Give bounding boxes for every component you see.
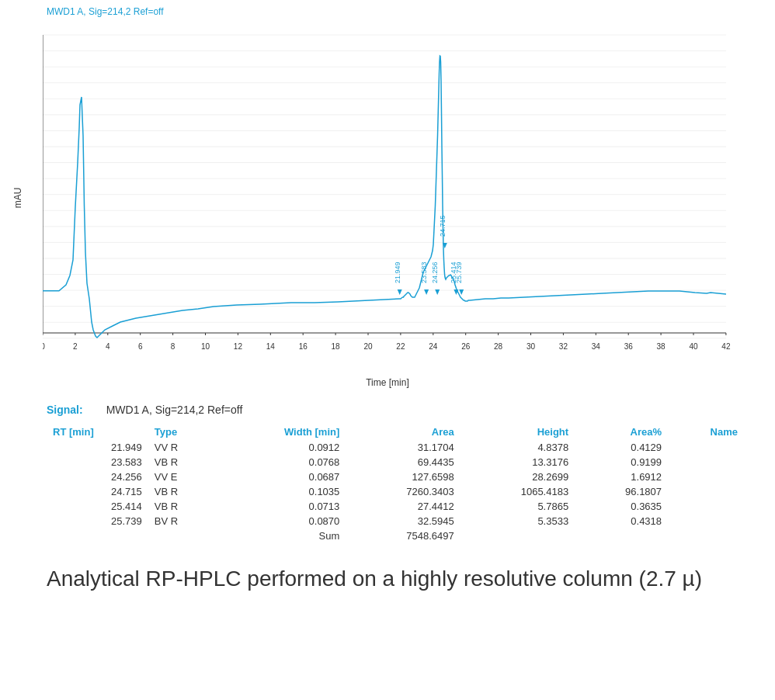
svg-text:16: 16 <box>299 342 308 351</box>
cell-width: 0.0870 <box>217 514 346 528</box>
cell-height: 13.3176 <box>460 455 575 470</box>
svg-text:30: 30 <box>527 342 536 351</box>
cell-name <box>668 484 744 499</box>
svg-marker-87 <box>435 289 440 295</box>
data-section: Signal: MWD1 A, Sig=214,2 Ref=off RT [mi… <box>0 396 775 551</box>
svg-text:20: 20 <box>363 342 373 351</box>
cell-areapct: 96.1807 <box>575 484 668 499</box>
table-sum-row: Sum 7548.6497 <box>47 528 744 543</box>
cell-width: 0.1035 <box>217 484 346 499</box>
table-row: 21.949 VV R 0.0912 31.1704 4.8378 0.4129 <box>47 440 744 455</box>
svg-text:32: 32 <box>559 342 568 351</box>
svg-text:26: 26 <box>461 342 471 351</box>
svg-text:22: 22 <box>396 342 405 351</box>
svg-text:38: 38 <box>657 342 666 351</box>
cell-area: 127.6598 <box>346 470 460 484</box>
cell-rt: 24.715 <box>47 484 148 499</box>
svg-text:24.715: 24.715 <box>439 215 447 237</box>
col-header-type: Type <box>148 424 217 440</box>
table-header-row: RT [min] Type Width [min] Area Height Ar… <box>47 424 744 440</box>
cell-type: VB R <box>148 484 217 499</box>
cell-height: 1065.4183 <box>460 484 575 499</box>
svg-text:10: 10 <box>201 342 210 351</box>
svg-text:8: 8 <box>171 342 176 351</box>
y-axis-label: mAU <box>12 188 23 209</box>
sum-empty-4 <box>575 528 668 543</box>
col-header-width: Width [min] <box>217 424 346 440</box>
cell-areapct: 0.4129 <box>575 440 668 455</box>
cell-rt: 25.739 <box>47 514 148 528</box>
cell-type: BV R <box>148 514 217 528</box>
col-header-height: Height <box>460 424 575 440</box>
cell-name <box>668 470 744 484</box>
cell-area: 69.4435 <box>346 455 460 470</box>
svg-text:14: 14 <box>266 342 276 351</box>
svg-text:2: 2 <box>73 342 78 351</box>
cell-height: 5.7865 <box>460 499 575 514</box>
cell-width: 0.0713 <box>217 499 346 514</box>
cell-areapct: 0.9199 <box>575 455 668 470</box>
sum-label: Sum <box>217 528 346 543</box>
cell-area: 27.4412 <box>346 499 460 514</box>
svg-text:24.256: 24.256 <box>431 262 439 283</box>
sum-empty-5 <box>668 528 744 543</box>
cell-areapct: 1.6912 <box>575 470 668 484</box>
cell-name <box>668 440 744 455</box>
sum-value: 7548.6497 <box>346 528 460 543</box>
chart-container: MWD1 A, Sig=214,2 Ref=off mAU Time [min]… <box>0 0 775 396</box>
cell-rt: 23.583 <box>47 455 148 470</box>
svg-text:34: 34 <box>592 342 601 351</box>
cell-areapct: 0.4318 <box>575 514 668 528</box>
table-row: 23.583 VB R 0.0768 69.4435 13.3176 0.919… <box>47 455 744 470</box>
cell-area: 32.5945 <box>346 514 460 528</box>
cell-type: VV E <box>148 470 217 484</box>
x-axis-label: Time [min] <box>366 377 409 388</box>
cell-name <box>668 499 744 514</box>
sum-empty-3 <box>460 528 575 543</box>
svg-text:25.739: 25.739 <box>455 262 463 283</box>
cell-rt: 21.949 <box>47 440 148 455</box>
cell-height: 4.8378 <box>460 440 575 455</box>
svg-text:40: 40 <box>689 342 698 351</box>
svg-text:21.949: 21.949 <box>394 262 401 283</box>
svg-text:4: 4 <box>106 342 110 351</box>
signal-row: Signal: MWD1 A, Sig=214,2 Ref=off <box>47 404 744 416</box>
cell-type: VV R <box>148 440 217 455</box>
svg-text:0: 0 <box>43 342 45 351</box>
svg-text:12: 12 <box>234 342 243 351</box>
table-row: 24.256 VV E 0.0687 127.6598 28.2699 1.69… <box>47 470 744 484</box>
svg-marker-83 <box>398 289 402 295</box>
svg-text:23.583: 23.583 <box>420 262 428 283</box>
cell-height: 5.3533 <box>460 514 575 528</box>
table-row: 24.715 VB R 0.1035 7260.3403 1065.4183 9… <box>47 484 744 499</box>
cell-area: 7260.3403 <box>346 484 460 499</box>
cell-width: 0.0687 <box>217 470 346 484</box>
svg-text:36: 36 <box>624 342 634 351</box>
svg-text:18: 18 <box>332 342 341 351</box>
svg-text:42: 42 <box>721 342 731 351</box>
cell-rt: 24.256 <box>47 470 148 484</box>
svg-text:24: 24 <box>429 342 438 351</box>
svg-text:6: 6 <box>138 342 143 351</box>
cell-type: VB R <box>148 499 217 514</box>
results-table: RT [min] Type Width [min] Area Height Ar… <box>47 424 744 543</box>
cell-name <box>668 455 744 470</box>
chart-svg: 1200 1000 800 600 400 200 0 -200 0 2 4 6… <box>43 19 742 361</box>
col-header-areapct: Area% <box>575 424 668 440</box>
table-row: 25.739 BV R 0.0870 32.5945 5.3533 0.4318 <box>47 514 744 528</box>
col-header-area: Area <box>346 424 460 440</box>
footer-text: Analytical RP-HPLC performed on a highly… <box>0 551 775 599</box>
sum-empty-2 <box>148 528 217 543</box>
cell-type: VB R <box>148 455 217 470</box>
col-header-name: Name <box>668 424 744 440</box>
table-row: 25.414 VB R 0.0713 27.4412 5.7865 0.3635 <box>47 499 744 514</box>
svg-text:28: 28 <box>494 342 503 351</box>
col-header-rt: RT [min] <box>47 424 148 440</box>
cell-width: 0.0912 <box>217 440 346 455</box>
cell-name <box>668 514 744 528</box>
cell-areapct: 0.3635 <box>575 499 668 514</box>
sum-empty-1 <box>47 528 148 543</box>
signal-value-label: MWD1 A, Sig=214,2 Ref=off <box>106 404 243 416</box>
svg-marker-93 <box>459 289 464 295</box>
chart-title: MWD1 A, Sig=214,2 Ref=off <box>47 6 164 17</box>
